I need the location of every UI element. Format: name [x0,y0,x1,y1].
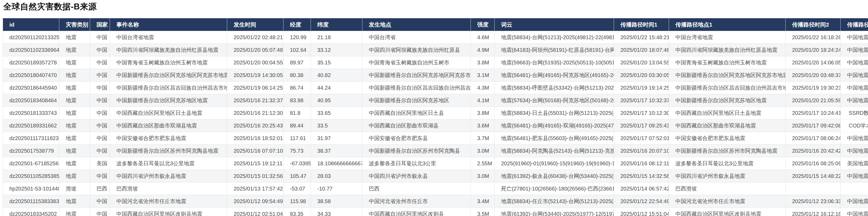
cell-word_cloud: 地震(59663)-台网(51935)-2025(50513)-10(50513… [495,56,614,69]
table-row: dz20250181333743地震中国中国西藏自治区阿里地区日土县地震2025… [3,107,868,119]
cell-spread_place_1: 中国西藏自治区阿里地区日土县地震 [669,107,786,119]
cell-intensity: 3.6M [471,119,495,132]
cell-longitude: 83.98 [283,94,311,107]
cell-spread_place_2: 中国地震 [841,145,868,157]
cell-spread_time_1: 2025/01/17 07:52:01 [614,132,669,145]
cell-spread_place_1: 中国四川省泸州市叙永县地震 [669,170,786,182]
table-row: dz20250189331662地震中国中国西藏自治区那曲市双湖县地震2025/… [3,119,868,132]
cell-intensity: 3.8M [471,107,495,119]
cell-occur_place: 中国四川省阿坝藏族羌族自治州红原县 [362,44,471,56]
cell-word_cloud: 地震(58834)-呼图壁县(53342)-台网(51213)-2025(... [495,82,614,94]
cell-occur_place: 中国四川省泸州市叙永县 [362,170,471,182]
cell-spread_time_2 [786,182,841,195]
cell-country: 中国 [90,56,110,69]
column-header-occur_time: 发生时间 [227,18,283,31]
cell-id: dz20250181333743 [3,107,59,119]
cell-event_name: 波多黎各圣日耳曼以北3公里地震 [110,157,227,170]
cell-spread_time_2: 2025/01/20 21:05:59 [786,94,841,107]
cell-disaster_type: 地震 [59,94,90,107]
cell-intensity: 3.0M [471,170,495,182]
cell-spread_place_2: SSRD数据 [841,107,868,119]
cell-occur_time: 2025/01/16 21:12:30 [227,107,283,119]
column-header-word_cloud: 词云 [495,18,614,31]
table-row: dz202501105285385地震中国中国四川省泸州市叙永县地震2025/0… [3,170,868,182]
cell-spread_time_1: 2025/01/22 15:48:21 [614,31,669,44]
cell-id: dz202501-67185256 [3,157,59,170]
cell-event_name: 中国新疆维吾尔自治区昌吉回族自治州昌吉市地震 [110,82,227,94]
cell-word_cloud: 地震(58834)-日土县(55031)-台网(51213)-2025(49..… [495,107,614,119]
cell-latitude: 21.18 [311,31,362,44]
column-header-occur_place: 发生地点 [362,18,471,31]
cell-country: 中国 [90,119,110,132]
table-row: dz202501117311823地震中国中国安徽省合肥市肥东县地震2025/0… [3,132,868,145]
cell-longitude: -53.07 [283,182,311,195]
cell-event_name: 中国西藏自治区阿里地区改则县地震 [110,208,227,216]
cell-longitude: 75.73 [283,145,311,157]
cell-word_cloud: 地震(58834)-阿克陶县(52143)-台网(51213)-克孜... [495,145,614,157]
cell-word_cloud: 地震(64183)-阿坝州(58191)-红原县(58191)-台网(5... [495,44,614,56]
cell-spread_time_2: 2025/01/20 14:06:05 [786,56,841,69]
cell-intensity: 3.1M [471,69,495,82]
table-row: dz202501115383383地震中国中国河北省沧州市任丘市地震2025/0… [3,195,868,208]
cell-disaster_type: 地震 [59,44,90,56]
cell-country: 巴西 [90,182,110,195]
cell-intensity: 3.7M [471,132,495,145]
cell-disaster_type: 地震 [59,170,90,182]
cell-spread_time_1: 2025/01/20 03:30:05 [614,69,669,82]
cell-occur_time: 2025/01/16 20:25:43 [227,119,283,132]
cell-spread_time_1: 2025/01/17 10:32:37 [614,94,669,107]
cell-spread_place_1: 巴西滑坡 [669,182,786,195]
cell-occur_place: 中国西藏自治区那曲市双湖县 [362,119,471,132]
cell-id: dz202501102336964 [3,44,59,56]
cell-country: 中国 [90,44,110,56]
page-title: 全球自然灾害数据-B来源 [3,1,97,12]
table-row: dz20250180407470地震中国中国新疆维吾尔自治区阿克苏地区阿克苏市地… [3,69,868,82]
cell-spread_place_1: 中国西藏自治区阿里地区改则县地震 [669,208,786,216]
cell-country: 中国 [90,69,110,82]
cell-latitude: 38.58 [311,195,362,208]
cell-spread_time_2: 2025/01/19 19:30:23 [786,82,841,94]
cell-spread_place_1: 中国河北省沧州市任丘市地震 [669,195,786,208]
cell-spread_place_2: 中国地震 [841,31,868,44]
cell-latitude: 33.5 [311,119,362,132]
cell-disaster_type: 地震 [59,145,90,157]
cell-intensity: 3.4M [471,195,495,208]
cell-country: 中国 [90,132,110,145]
cell-occur_place: 波多黎各圣日耳曼以北3公里 [362,157,471,170]
cell-event_name: 中国青海省玉树藏族自治州玉树市地震 [110,56,227,69]
cell-spread_time_1: 2025/01/17 10:12:30 [614,107,669,119]
disaster-data-table-container: id灾害类别国家事件名称发生时间经度纬度发生地点强度词云传播路径时间1传播路径地… [3,18,868,216]
cell-intensity: 4.1M [471,94,495,107]
cell-spread_place_1: 中国四川省阿坝藏族羌族自治州红原县地震 [669,44,786,56]
cell-occur_time: 2025/01/16 21:32:37 [227,94,283,107]
cell-longitude: 120.99 [283,31,311,44]
cell-spread_place_2: 中国地震 [841,132,868,145]
cell-occur_time: 2025/01/20 00:04:55 [227,56,283,69]
cell-event_name: 中国新疆维吾尔自治区苏州市阿克陶县地震 [110,145,227,157]
cell-spread_time_2: 2025/01/15 14:48:22 [786,170,841,182]
column-header-disaster_type: 灾害类别 [59,18,90,31]
cell-spread_place_1: 中国新疆维吾尔自治区苏州市阿克陶县地震 [669,145,786,157]
cell-event_name: 中国安徽省合肥市肥东县地震 [110,132,227,145]
column-header-latitude: 纬度 [311,18,362,31]
column-header-intensity: 强度 [471,18,495,31]
cell-event_name: 中国四川省泸州市叙永县地震 [110,170,227,182]
cell-longitude: -67.0395 [283,157,311,170]
table-row: dz20250186445940地震中国中国新疆维吾尔自治区昌吉回族自治州昌吉市… [3,82,868,94]
cell-spread_place_2: 中国地震 [841,56,868,69]
cell-occur_time: 2025/01/19 06:14:25 [227,82,283,94]
cell-occur_place: 中国新疆维吾尔自治区苏州市阿克陶县 [362,145,471,157]
cell-spread_time_2: 2025/01/20 03:48:37 [786,69,841,82]
table-row: dz202501102336964地震中国中国四川省阿坝藏族羌族自治州红原县地震… [3,44,868,56]
column-header-spread_place_2: 传播路径地点2 [841,18,868,31]
cell-id: dz20250186445940 [3,82,59,94]
column-header-spread_time_2: 传播路径时间2 [786,18,841,31]
cell-word_cloud: 地震(61392)-叙永县(60438)-台网(53440)-2025(51..… [495,170,614,182]
cell-id: dz202501117311823 [3,132,59,145]
cell-intensity [471,182,495,195]
cell-occur_time: 2025/01/12 02:51:04 [227,208,283,216]
cell-country: 中国 [90,107,110,119]
cell-spread_place_2: 中国地震 [841,69,868,82]
cell-id: dz20250180407470 [3,69,59,82]
cell-spread_place_2: 中国地震 [841,170,868,182]
